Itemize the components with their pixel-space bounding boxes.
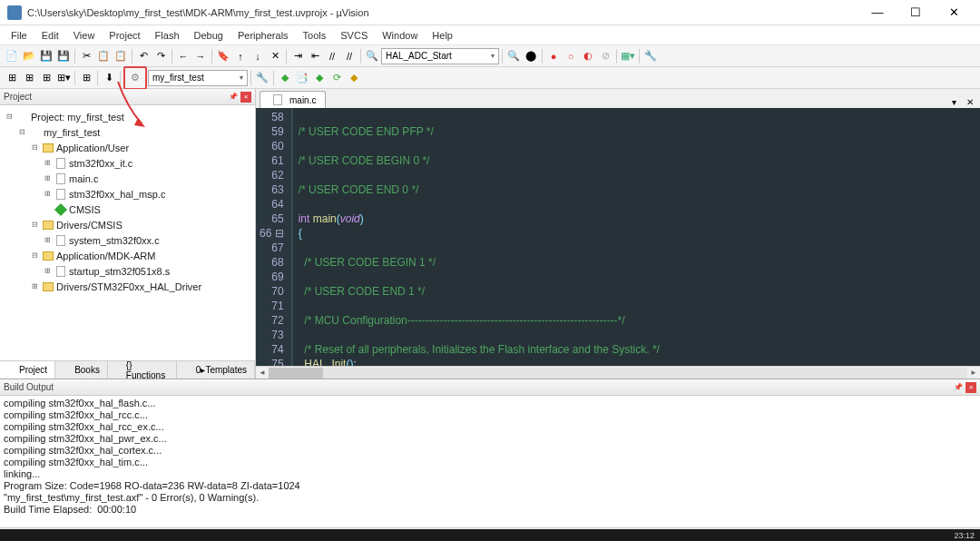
tree-file-1-0[interactable]: ⊞system_stm32f0xx.c (2, 232, 253, 248)
tab-dropdown-icon[interactable]: ▾ (947, 95, 960, 108)
comment-icon[interactable]: // (324, 48, 340, 64)
tree-toggle-icon[interactable]: ⊟ (29, 251, 40, 260)
bookmark-clear-icon[interactable]: ✕ (267, 48, 283, 64)
breakpoint-icon[interactable]: ⬤ (523, 48, 539, 64)
menu-debug[interactable]: Debug (187, 28, 230, 43)
menu-flash[interactable]: Flash (148, 28, 187, 43)
new-icon[interactable]: 📄 (4, 48, 20, 64)
target-options-highlighted[interactable]: ⚙ (123, 66, 147, 90)
scroll-left-icon[interactable]: ◄ (256, 369, 269, 377)
menu-edit[interactable]: Edit (34, 28, 66, 43)
paste-icon[interactable]: 📋 (113, 48, 129, 64)
tree-group-3[interactable]: ⊞Drivers/STM32F0xx_HAL_Driver (2, 279, 253, 294)
outdent-icon[interactable]: ⇤ (307, 48, 323, 64)
translate-icon[interactable]: ⊞ (4, 70, 20, 86)
indent-icon[interactable]: ⇥ (289, 48, 306, 64)
tree-toggle-icon[interactable]: ⊞ (29, 282, 40, 290)
tree-group-0[interactable]: ⊟Application/User (2, 140, 253, 155)
cut-icon[interactable]: ✂ (78, 48, 94, 64)
tree-toggle-icon[interactable]: ⊟ (16, 128, 27, 136)
code-lines[interactable]: /* USER CODE END PFP *//* USER CODE BEGI… (293, 108, 980, 366)
save-all-icon[interactable]: 💾 (55, 48, 72, 64)
copy-icon[interactable]: 📋 (95, 48, 112, 64)
tree-toggle-icon[interactable]: ⊞ (42, 159, 53, 167)
panel-pin-icon[interactable]: 📌 (228, 92, 239, 103)
options-icon[interactable]: ⚙ (127, 70, 143, 86)
maximize-button[interactable]: ☐ (897, 1, 935, 25)
target-combo[interactable]: my_first_test (148, 70, 248, 86)
tree-toggle-icon[interactable]: ⊞ (42, 236, 53, 244)
manage2-icon[interactable]: ◆ (311, 70, 328, 86)
manage3-icon[interactable]: ⟳ (328, 70, 345, 86)
menu-svcs[interactable]: SVCS (333, 28, 375, 43)
tree-root[interactable]: ⊟Project: my_first_test (2, 109, 253, 124)
panel-close-icon[interactable]: × (240, 92, 251, 103)
project-tree[interactable]: ⊟Project: my_first_test⊟my_first_test⊟Ap… (0, 105, 255, 360)
open-icon[interactable]: 📂 (21, 48, 37, 64)
undo-icon[interactable]: ↶ (135, 48, 152, 64)
tree-toggle-icon[interactable]: ⊞ (42, 174, 53, 182)
project-tab-2[interactable]: {} Functions (108, 361, 177, 379)
menu-window[interactable]: Window (375, 28, 425, 43)
menu-peripherals[interactable]: Peripherals (230, 28, 296, 43)
bookmark-icon[interactable]: 🔖 (215, 48, 231, 64)
taskbar[interactable]: 23:12 (0, 529, 980, 541)
stop3-icon[interactable]: ◐ (580, 48, 596, 64)
download-icon[interactable]: ⬇ (101, 70, 117, 86)
tree-group-2[interactable]: ⊟Application/MDK-ARM (2, 248, 253, 263)
project-tab-0[interactable]: Project (0, 361, 55, 379)
find-icon[interactable]: 🔍 (364, 48, 380, 64)
editor-tab-main[interactable]: main.c (260, 91, 326, 108)
file-ext-icon[interactable]: 📑 (294, 70, 310, 86)
find-combo[interactable]: HAL_ADC_Start (381, 48, 499, 64)
project-tab-1[interactable]: Books (55, 361, 108, 379)
build-output[interactable]: compiling stm32f0xx_hal_flash.c...compil… (0, 396, 980, 527)
tree-file-2-0[interactable]: ⊞startup_stm32f051x8.s (2, 263, 253, 279)
debug-icon[interactable]: 🔍 (505, 48, 522, 64)
menu-view[interactable]: View (66, 28, 103, 43)
build-icon[interactable]: ⊞ (21, 70, 37, 86)
tree-file-0-0[interactable]: ⊞stm32f0xx_it.c (2, 155, 253, 171)
bookmark-next-icon[interactable]: ↓ (250, 48, 266, 64)
tree-group-1[interactable]: ⊟Drivers/CMSIS (2, 217, 253, 232)
tree-cmsis[interactable]: CMSIS (2, 202, 253, 217)
nav-back-icon[interactable]: ← (175, 48, 191, 64)
tab-close-icon[interactable]: ✕ (964, 95, 976, 108)
panel-pin-icon[interactable]: 📌 (953, 382, 964, 393)
menu-tools[interactable]: Tools (296, 28, 334, 43)
redo-icon[interactable]: ↷ (152, 48, 169, 64)
menu-project[interactable]: Project (102, 28, 147, 43)
minimize-button[interactable]: — (858, 1, 897, 25)
config-icon[interactable]: 🔧 (642, 48, 659, 64)
save-icon[interactable]: 💾 (38, 48, 54, 64)
stop-build-icon[interactable]: ⊞ (78, 70, 94, 86)
stop2-icon[interactable]: ○ (563, 48, 579, 64)
tree-toggle-icon[interactable]: ⊟ (29, 143, 40, 152)
options2-icon[interactable]: 🔧 (254, 70, 270, 86)
tree-toggle-icon[interactable]: ⊟ (4, 113, 15, 121)
project-tab-3[interactable]: 0▸Templates (177, 361, 255, 379)
menu-help[interactable]: Help (425, 28, 460, 43)
tree-toggle-icon[interactable]: ⊟ (29, 221, 40, 229)
stop4-icon[interactable]: ⊘ (597, 48, 613, 64)
window-icon[interactable]: ▦▾ (620, 48, 636, 64)
tree-toggle-icon[interactable]: ⊞ (42, 267, 53, 275)
close-button[interactable]: ✕ (935, 1, 973, 25)
tree-file-0-2[interactable]: ⊞stm32f0xx_hal_msp.c (2, 186, 253, 202)
bookmark-prev-icon[interactable]: ↑ (232, 48, 249, 64)
scroll-right-icon[interactable]: ► (967, 369, 980, 377)
manage4-icon[interactable]: ◆ (346, 70, 362, 86)
nav-fwd-icon[interactable]: → (192, 48, 209, 64)
code-editor[interactable]: 585960616263646566 ⊟67686970717273747576… (256, 108, 980, 366)
manage-icon[interactable]: ◆ (277, 70, 293, 86)
tree-file-0-1[interactable]: ⊞main.c (2, 171, 253, 186)
editor-hscroll[interactable]: ◄ ► (256, 366, 980, 379)
tree-toggle-icon[interactable]: ⊞ (42, 190, 53, 198)
rebuild-icon[interactable]: ⊞ (38, 70, 54, 86)
tree-target[interactable]: ⊟my_first_test (2, 124, 253, 140)
stop-icon[interactable]: ● (545, 48, 562, 64)
menu-file[interactable]: File (4, 28, 34, 43)
scroll-track[interactable] (269, 368, 967, 379)
panel-close-icon[interactable]: × (965, 382, 976, 393)
uncomment-icon[interactable]: // (341, 48, 358, 64)
